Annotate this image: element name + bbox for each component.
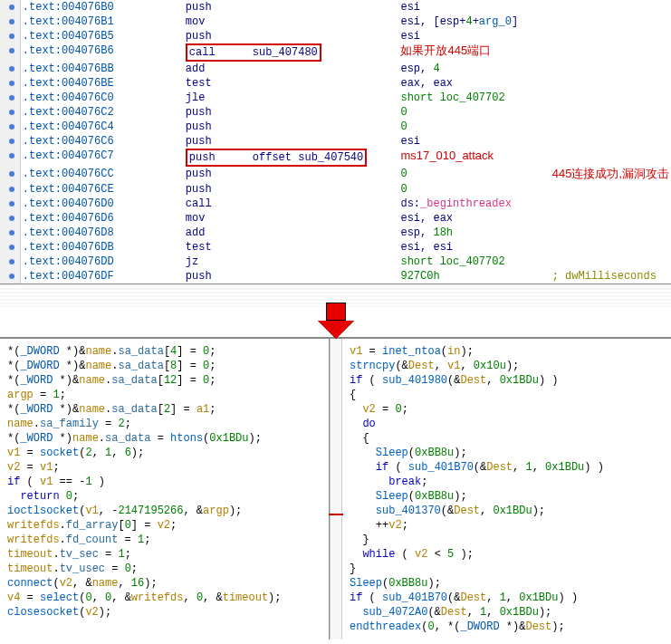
code-line: *(_DWORD *)&name.sa_data[4] = 0; xyxy=(7,344,325,359)
asm-row[interactable]: .text:004076DBtestesi, esi xyxy=(0,240,671,255)
code-line: Sleep(0xBB8u); xyxy=(350,576,667,591)
code-line: sub_4072A0(&Dest, 1, 0x1BDu); xyxy=(350,605,667,620)
asm-row[interactable]: .text:004076CEpush0 xyxy=(0,182,671,197)
asm-operand: esi xyxy=(398,134,550,149)
asm-operand: esi, esi xyxy=(398,240,550,255)
breakpoint-dot-icon[interactable] xyxy=(9,110,14,115)
asm-address: .text:004076BE xyxy=(20,76,128,91)
breakpoint-dot-icon[interactable] xyxy=(9,245,14,250)
breakpoint-dot-icon[interactable] xyxy=(9,259,14,264)
asm-row[interactable]: .text:004076C0jleshort loc_407702 xyxy=(0,91,671,105)
pane-divider[interactable] xyxy=(330,339,342,639)
code-line: writefds.fd_count = 1; xyxy=(7,533,325,547)
breakpoint-dot-icon[interactable] xyxy=(9,48,14,53)
breakpoint-dot-icon[interactable] xyxy=(9,5,14,10)
code-line: *(_WORD *)&name.sa_data[2] = a1; xyxy=(7,402,325,417)
breakpoint-dot-icon[interactable] xyxy=(9,81,14,86)
breakpoint-dot-icon[interactable] xyxy=(9,34,14,39)
asm-row[interactable]: .text:004076B6callsub_407480如果开放445端口 xyxy=(0,43,671,62)
asm-operand: 0 xyxy=(398,105,550,120)
asm-annotation xyxy=(551,91,671,105)
breakpoint-dot-icon[interactable] xyxy=(9,274,14,279)
code-line: strncpy(&Dest, v1, 0x10u); xyxy=(350,359,667,373)
decompiled-left-pane[interactable]: *(_DWORD *)&name.sa_data[4] = 0;*(_DWORD… xyxy=(0,339,330,639)
breakpoint-dot-icon[interactable] xyxy=(9,216,14,221)
asm-row[interactable]: .text:004076B5pushesi xyxy=(0,29,671,43)
code-line: *(_DWORD *)&name.sa_data[8] = 0; xyxy=(7,359,325,373)
gutter-cell xyxy=(0,105,20,120)
asm-mnemonic: jle xyxy=(184,91,399,105)
code-line: v4 = select(0, 0, &writefds, 0, &timeout… xyxy=(7,591,325,605)
asm-operand: ds:_beginthreadex xyxy=(398,197,550,211)
asm-row[interactable]: .text:004076DDjzshort loc_407702 xyxy=(0,255,671,269)
asm-operand: 0 xyxy=(398,167,550,182)
asm-row[interactable]: .text:004076CCpush0445连接成功,漏洞攻击 xyxy=(0,167,671,182)
breakpoint-dot-icon[interactable] xyxy=(9,95,14,101)
asm-annotation: ms17_010_attack xyxy=(398,149,550,167)
asm-row[interactable]: .text:004076D0callds:_beginthreadex xyxy=(0,197,671,211)
breakpoint-dot-icon[interactable] xyxy=(9,66,14,72)
disassembly-listing[interactable]: .text:004076B0pushesi.text:004076B1moves… xyxy=(0,0,671,284)
asm-row[interactable]: .text:004076D6movesi, eax xyxy=(0,211,671,226)
gutter-cell xyxy=(0,62,20,76)
asm-row[interactable]: .text:004076BEtesteax, eax xyxy=(0,76,671,91)
breakpoint-dot-icon[interactable] xyxy=(9,171,14,177)
asm-operand: short loc_407702 xyxy=(398,91,550,105)
asm-annotation xyxy=(551,197,671,211)
gutter-cell xyxy=(0,167,20,182)
asm-mnemonic: push xyxy=(184,120,399,134)
asm-mnemonic: push xyxy=(184,167,399,182)
breakpoint-dot-icon[interactable] xyxy=(9,139,14,144)
breakpoint-dot-icon[interactable] xyxy=(9,201,14,207)
asm-address: .text:004076DD xyxy=(20,255,128,269)
asm-row[interactable]: .text:004076BBaddesp, 4 xyxy=(0,62,671,76)
code-line: *(_WORD *)name.sa_data = htons(0x1BDu); xyxy=(7,431,325,446)
code-line: name.sa_family = 2; xyxy=(7,417,325,431)
asm-operand: 0 xyxy=(398,182,550,197)
code-line: if ( sub_401980(&Dest, 0x1BDu) ) xyxy=(350,373,667,388)
asm-mnemonic: push xyxy=(184,182,399,197)
asm-operand: esi xyxy=(398,0,550,14)
code-line: { xyxy=(350,431,667,446)
breakpoint-dot-icon[interactable] xyxy=(9,230,14,235)
asm-row[interactable]: .text:004076DFpush927C0h; dwMilliseconds xyxy=(0,269,671,284)
code-line: break; xyxy=(350,475,667,489)
asm-annotation xyxy=(551,211,671,226)
asm-address: .text:004076B5 xyxy=(20,29,128,43)
asm-operand: eax, eax xyxy=(398,76,550,91)
asm-operand: 927C0h xyxy=(398,269,550,284)
breakpoint-dot-icon[interactable] xyxy=(9,153,14,159)
asm-annotation xyxy=(551,255,671,269)
breakpoint-dot-icon[interactable] xyxy=(9,187,14,192)
code-line: argp = 1; xyxy=(7,388,325,402)
asm-mnemonic: push xyxy=(184,105,399,120)
gutter-cell xyxy=(0,226,20,240)
asm-address: .text:004076BB xyxy=(20,62,128,76)
code-line: v1 = inet_ntoa(in); xyxy=(350,344,667,359)
breakpoint-dot-icon[interactable] xyxy=(9,124,14,130)
asm-row[interactable]: .text:004076C6pushesi xyxy=(0,134,671,149)
asm-row[interactable]: .text:004076C7pushoffset sub_407540ms17_… xyxy=(0,149,671,167)
asm-annotation xyxy=(551,29,671,43)
code-line: return 0; xyxy=(7,489,325,504)
asm-row[interactable]: .text:004076C2push0 xyxy=(0,105,671,120)
code-line: if ( v1 == -1 ) xyxy=(7,475,325,489)
asm-row[interactable]: .text:004076B0pushesi xyxy=(0,0,671,14)
gutter-cell xyxy=(0,240,20,255)
decompiled-right-pane[interactable]: v1 = inet_ntoa(in);strncpy(&Dest, v1, 0x… xyxy=(342,339,671,639)
asm-address: .text:004076C0 xyxy=(20,91,128,105)
code-line: writefds.fd_array[0] = v2; xyxy=(7,518,325,533)
decompiled-code-split: *(_DWORD *)&name.sa_data[4] = 0;*(_DWORD… xyxy=(0,338,671,639)
asm-row[interactable]: .text:004076C4push0 xyxy=(0,120,671,134)
asm-address: .text:004076B1 xyxy=(20,14,128,29)
gutter-cell xyxy=(0,76,20,91)
gutter-cell xyxy=(0,0,20,14)
asm-address: .text:004076D8 xyxy=(20,226,128,240)
code-line: connect(v2, &name, 16); xyxy=(7,576,325,591)
gutter-cell xyxy=(0,211,20,226)
asm-row[interactable]: .text:004076D8addesp, 18h xyxy=(0,226,671,240)
gutter-cell xyxy=(0,182,20,197)
breakpoint-dot-icon[interactable] xyxy=(9,19,14,24)
asm-row[interactable]: .text:004076B1movesi, [esp+4+arg_0] xyxy=(0,14,671,29)
asm-annotation xyxy=(551,14,671,29)
